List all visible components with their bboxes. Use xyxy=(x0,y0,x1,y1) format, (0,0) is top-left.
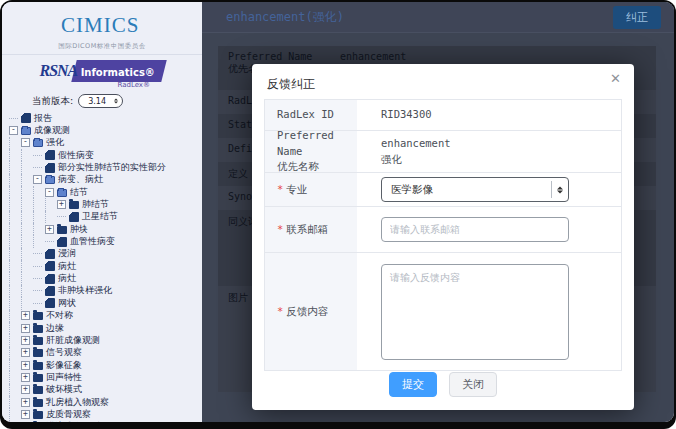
folder-icon xyxy=(33,411,43,419)
tree-guide-line xyxy=(9,297,21,309)
tree-item[interactable]: 血管性病变 xyxy=(9,235,202,247)
document-icon xyxy=(57,237,67,247)
close-icon[interactable]: ✕ xyxy=(610,72,621,85)
required-asterisk: * xyxy=(277,304,283,320)
tree-item[interactable]: -病变、病灶 xyxy=(9,174,202,186)
tree-guide-line xyxy=(9,235,21,247)
document-icon xyxy=(45,261,55,271)
plus-icon[interactable]: + xyxy=(21,348,30,357)
document-icon xyxy=(45,163,55,173)
tree-item-label: 血管性病变 xyxy=(70,235,115,248)
tree-item[interactable]: 假性病变 xyxy=(9,149,202,161)
tree-item[interactable]: +回声特性 xyxy=(9,371,202,383)
sidebar: CIMICS 国际DICOM标准中国委员会 RSNA Informatics® … xyxy=(2,2,202,422)
tree-item[interactable]: +影像征象 xyxy=(9,359,202,371)
document-icon xyxy=(45,298,55,308)
tree-guide-line xyxy=(9,272,21,284)
minus-icon[interactable]: - xyxy=(9,126,18,135)
page-title: enhancement(强化) xyxy=(226,9,344,26)
tree-item[interactable]: -成像观测 xyxy=(9,124,202,136)
plus-icon[interactable]: + xyxy=(45,225,54,234)
plus-icon[interactable]: + xyxy=(21,336,30,345)
tree-item[interactable]: +边缘 xyxy=(9,322,202,334)
tree-item-label: 肝脏成像观测 xyxy=(46,334,100,347)
radlex-id-label: RadLex ID xyxy=(265,100,357,130)
tree-guide-line xyxy=(9,347,21,359)
tree-item[interactable]: 浸润 xyxy=(9,248,202,260)
tree-guide-line xyxy=(9,421,21,422)
plus-icon[interactable]: + xyxy=(57,200,66,209)
dialog-footer: 提交 关闭 xyxy=(252,372,634,397)
folder-icon xyxy=(33,374,43,382)
radlex-tree: 报告-成像观测-强化假性病变部分实性肺结节的实性部分-病变、病灶-结节+肺结节卫… xyxy=(2,112,202,422)
plus-icon[interactable]: + xyxy=(21,410,30,419)
document-icon xyxy=(45,274,55,284)
specialty-select[interactable]: 医学影像 xyxy=(381,177,569,202)
close-button[interactable]: 关闭 xyxy=(449,372,497,397)
tree-item[interactable]: +肝脏成像观测 xyxy=(9,334,202,346)
tree-item[interactable]: +皮质骨观察 xyxy=(9,408,202,420)
tree-item-label: 肺结节 xyxy=(82,198,109,211)
minus-icon[interactable]: - xyxy=(33,175,42,184)
specialty-selected-value: 医学影像 xyxy=(391,182,433,198)
tree-item[interactable]: +破坏模式 xyxy=(9,384,202,396)
document-icon xyxy=(21,113,31,123)
minus-icon[interactable]: - xyxy=(45,188,54,197)
tree-guide-line xyxy=(9,137,21,149)
email-input[interactable] xyxy=(381,217,569,242)
tree-item[interactable]: 卫星结节 xyxy=(9,211,202,223)
tree-guide-line xyxy=(9,248,21,260)
folder-icon xyxy=(33,362,43,370)
tree-item[interactable]: 非肿块样强化 xyxy=(9,285,202,297)
plus-icon[interactable]: + xyxy=(21,385,30,394)
tree-guide-line xyxy=(21,161,33,173)
folder-icon xyxy=(21,127,31,135)
document-icon xyxy=(69,212,79,222)
plus-icon[interactable]: + xyxy=(21,361,30,370)
term-header: enhancement(强化) 纠正 xyxy=(202,2,674,33)
tree-guide-line xyxy=(21,211,33,223)
radlex-id-row: RadLex ID RID34300 xyxy=(265,100,621,130)
correct-button[interactable]: 纠正 xyxy=(613,6,661,29)
tree-guide-line xyxy=(9,408,21,420)
required-asterisk: * xyxy=(277,182,283,198)
feedback-dialog: 反馈纠正 ✕ RadLex ID RID34300 Preferred Name… xyxy=(252,64,634,410)
folder-icon xyxy=(33,337,43,345)
tree-item[interactable]: +肺结节 xyxy=(9,198,202,210)
rsna-brand-text: RSNA xyxy=(39,62,77,80)
tree-item[interactable]: -强化 xyxy=(9,137,202,149)
document-icon xyxy=(45,286,55,296)
document-icon xyxy=(45,150,55,160)
plus-icon[interactable]: + xyxy=(21,311,30,320)
email-label: * 联系邮箱 xyxy=(265,207,357,252)
tree-item[interactable]: +不对称 xyxy=(9,310,202,322)
plus-icon[interactable]: + xyxy=(21,324,30,333)
preferred-name-value: enhancement 强化 xyxy=(357,131,621,172)
tree-item[interactable]: 病灶 xyxy=(9,272,202,284)
tree-item[interactable]: +信号观察 xyxy=(9,347,202,359)
tree-item[interactable]: +乳房植入物观察 xyxy=(9,396,202,408)
version-select[interactable]: 3.14 xyxy=(78,94,123,108)
tree-item[interactable]: 病灶 xyxy=(9,260,202,272)
minus-icon[interactable]: - xyxy=(21,138,30,147)
tree-guide-line xyxy=(33,211,45,223)
radlex-id-value: RID34300 xyxy=(357,100,621,130)
tree-item-label: 皮质骨观察 xyxy=(46,408,91,421)
cimics-tagline: 国际DICOM标准中国委员会 xyxy=(2,42,202,51)
tree-guide-line xyxy=(9,223,21,235)
version-value: 3.14 xyxy=(88,97,106,106)
dialog-header: 反馈纠正 ✕ xyxy=(252,64,634,93)
tree-item[interactable]: 网状 xyxy=(9,297,202,309)
tree-item[interactable]: 报告 xyxy=(9,112,202,124)
tree-item[interactable]: +肿块 xyxy=(9,223,202,235)
tree-item[interactable]: 部分实性肺结节的实性部分 xyxy=(9,161,202,173)
plus-icon[interactable]: + xyxy=(21,373,30,382)
folder-icon xyxy=(57,189,67,197)
feedback-textarea[interactable] xyxy=(381,264,569,360)
folder-icon xyxy=(69,201,79,209)
submit-button[interactable]: 提交 xyxy=(389,372,437,397)
tree-item-label: 网状 xyxy=(58,297,76,310)
plus-icon[interactable]: + xyxy=(21,398,30,407)
tree-item[interactable]: +灌注成像观测 xyxy=(9,421,202,422)
tree-item[interactable]: -结节 xyxy=(9,186,202,198)
